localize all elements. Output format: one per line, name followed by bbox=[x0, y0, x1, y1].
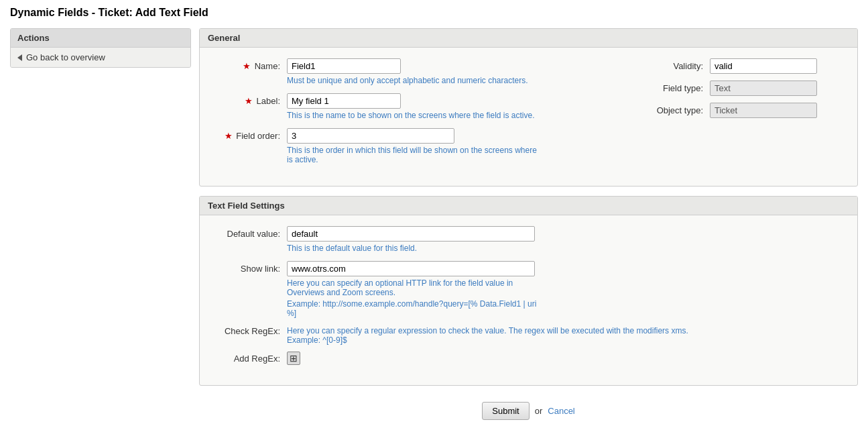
page-title: Dynamic Fields - Ticket: Add Text Field bbox=[10, 7, 858, 19]
default-value-input[interactable] bbox=[287, 226, 535, 242]
show-link-hint1: Here you can specify an optional HTTP li… bbox=[287, 278, 542, 297]
field-type-label: Field type: bbox=[649, 83, 710, 93]
or-text: or bbox=[535, 406, 543, 416]
show-link-wrap: Here you can specify an optional HTTP li… bbox=[287, 261, 844, 318]
cancel-link[interactable]: Cancel bbox=[548, 406, 574, 416]
show-link-row: Show link: Here you can specify an optio… bbox=[213, 261, 844, 318]
general-section-title: General bbox=[200, 29, 857, 48]
object-type-row: Object type: bbox=[649, 103, 844, 118]
field-order-hint: This is the order in which this field wi… bbox=[287, 146, 542, 164]
default-value-wrap: This is the default value for this field… bbox=[287, 226, 844, 253]
label-label: ★ Label: bbox=[213, 93, 287, 106]
default-value-label: Default value: bbox=[213, 226, 287, 239]
check-regex-row: Check RegEx: Here you can specify a regu… bbox=[213, 326, 844, 345]
name-row: ★ Name: Must be unique and only accept a… bbox=[213, 58, 629, 85]
submit-button[interactable]: Submit bbox=[482, 402, 529, 420]
label-hint: This is the name to be shown on the scre… bbox=[287, 111, 542, 120]
validity-label: Validity: bbox=[649, 61, 710, 71]
footer-actions: Submit or Cancel bbox=[199, 395, 858, 424]
check-regex-text-wrap: Here you can specify a regular expressio… bbox=[287, 326, 688, 345]
actions-section: Actions Go back to overview bbox=[10, 28, 191, 68]
order-required-star: ★ bbox=[225, 131, 233, 141]
object-type-input bbox=[710, 103, 817, 118]
field-order-row: ★ Field order: This is the order in whic… bbox=[213, 128, 629, 164]
check-regex-hint2: Example: ^[0-9]$ bbox=[287, 335, 688, 345]
validity-row: Validity: bbox=[649, 58, 844, 74]
label-input[interactable] bbox=[287, 93, 401, 109]
go-back-label: Go back to overview bbox=[26, 52, 105, 62]
show-link-label: Show link: bbox=[213, 261, 287, 274]
show-link-input[interactable] bbox=[287, 261, 535, 276]
text-field-settings-section: Text Field Settings Default value: This … bbox=[199, 196, 858, 386]
check-regex-label: Check RegEx: bbox=[213, 326, 287, 336]
validity-input[interactable] bbox=[710, 58, 817, 74]
name-field-wrap: Must be unique and only accept alphabeti… bbox=[287, 58, 629, 85]
general-section: General ★ Name: Must be unique and on bbox=[199, 28, 858, 187]
go-back-button[interactable]: Go back to overview bbox=[11, 48, 190, 67]
field-order-input[interactable] bbox=[287, 128, 454, 144]
object-type-label: Object type: bbox=[649, 105, 710, 115]
actions-title: Actions bbox=[11, 29, 190, 48]
show-link-hint2: Example: http://some.example.com/handle?… bbox=[287, 299, 542, 318]
name-hint: Must be unique and only accept alphabeti… bbox=[287, 76, 542, 85]
field-order-label: ★ Field order: bbox=[213, 128, 287, 141]
label-field-wrap: This is the name to be shown on the scre… bbox=[287, 93, 629, 120]
text-settings-title: Text Field Settings bbox=[200, 197, 857, 215]
add-regex-row: Add RegEx: ⊞ bbox=[213, 352, 844, 365]
default-value-row: Default value: This is the default value… bbox=[213, 226, 844, 253]
check-regex-hint1: Here you can specify a regular expressio… bbox=[287, 326, 688, 335]
add-regex-button[interactable]: ⊞ bbox=[287, 352, 300, 365]
label-row: ★ Label: This is the name to be shown on… bbox=[213, 93, 629, 120]
field-type-row: Field type: bbox=[649, 81, 844, 96]
right-fields: Validity: Field type: Object type: bbox=[629, 58, 844, 172]
field-order-wrap: This is the order in which this field wi… bbox=[287, 128, 629, 164]
default-value-hint: This is the default value for this field… bbox=[287, 244, 542, 253]
name-required-star: ★ bbox=[243, 61, 251, 71]
sidebar: Actions Go back to overview bbox=[10, 28, 191, 68]
name-input[interactable] bbox=[287, 58, 401, 74]
name-label: ★ Name: bbox=[213, 58, 287, 71]
add-regex-label: Add RegEx: bbox=[213, 354, 287, 364]
back-arrow-icon bbox=[17, 54, 22, 61]
label-required-star: ★ bbox=[245, 96, 253, 106]
main-content: General ★ Name: Must be unique and on bbox=[199, 28, 858, 424]
field-type-input bbox=[710, 81, 817, 96]
